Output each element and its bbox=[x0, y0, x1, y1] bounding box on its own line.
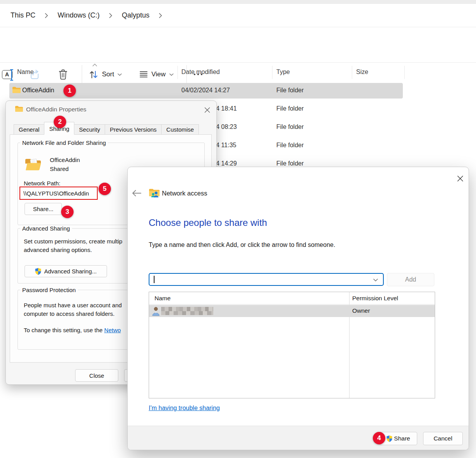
dialog-footer: Share Cancel bbox=[128, 426, 469, 450]
advanced-sharing-button-label: Advanced Sharing... bbox=[44, 268, 97, 275]
shared-folder-name: OfficeAddin bbox=[50, 157, 80, 163]
network-path-label: Network Path: bbox=[24, 180, 60, 187]
list-column-headers: Name Date modified Type Size bbox=[0, 63, 476, 81]
dialog-title: Network access bbox=[162, 190, 207, 197]
column-divider[interactable] bbox=[352, 66, 352, 79]
chevron-right-icon bbox=[109, 13, 112, 18]
network-access-dialog: Network access Choose people to share wi… bbox=[127, 167, 469, 450]
close-button[interactable] bbox=[454, 173, 466, 184]
annotation-badge-2: 2 bbox=[54, 116, 66, 128]
network-path-highlight-box: \\QALYPTUS\OfficeAddin bbox=[19, 187, 98, 200]
wizard-description: Type a name and then click Add, or click… bbox=[149, 241, 335, 248]
breadcrumb-qalyptus[interactable]: Qalyptus bbox=[122, 11, 149, 19]
file-date: 4 08:23 bbox=[216, 123, 237, 130]
breadcrumb-windows-c[interactable]: Windows (C:) bbox=[58, 11, 100, 19]
breadcrumb: This PC Windows (C:) Qalyptus bbox=[0, 4, 476, 27]
permission-level-value: Owner bbox=[352, 307, 370, 314]
annotation-badge-1: 1 bbox=[63, 85, 76, 97]
shared-folder-icon bbox=[25, 157, 42, 172]
file-type: File folder bbox=[276, 87, 304, 94]
chevron-right-icon bbox=[159, 13, 162, 18]
folder-icon bbox=[12, 86, 21, 94]
file-type: File folder bbox=[276, 105, 304, 112]
file-date: 4 11:35 bbox=[216, 142, 236, 149]
password-text-line1: People must have a user account and bbox=[24, 302, 122, 308]
text-cursor bbox=[154, 276, 155, 283]
network-share-folder-icon bbox=[149, 188, 160, 198]
add-button[interactable]: Add bbox=[387, 273, 434, 286]
column-divider[interactable] bbox=[272, 66, 272, 79]
file-type: File folder bbox=[276, 123, 304, 130]
people-combobox[interactable] bbox=[149, 273, 384, 286]
close-button[interactable] bbox=[201, 104, 213, 115]
folder-icon bbox=[15, 106, 23, 113]
file-date: 04/02/2024 14:27 bbox=[181, 87, 230, 94]
advanced-sharing-button[interactable]: Advanced Sharing... bbox=[25, 265, 107, 277]
wizard-cancel-button[interactable]: Cancel bbox=[423, 432, 463, 445]
command-bar: A bbox=[0, 28, 476, 63]
table-header-permission: Permission Level bbox=[352, 295, 398, 302]
advanced-text-line2: advanced sharing options. bbox=[24, 247, 92, 253]
wizard-heading: Choose people to share with bbox=[149, 217, 267, 228]
window-top-strip bbox=[0, 0, 476, 4]
column-header-date[interactable]: Date modified bbox=[181, 69, 220, 76]
close-icon bbox=[204, 107, 210, 113]
annotation-badge-4: 4 bbox=[373, 432, 385, 444]
properties-close-button[interactable]: Close bbox=[75, 369, 118, 382]
file-type: File folder bbox=[276, 142, 304, 149]
file-date: 4 18:41 bbox=[216, 105, 237, 112]
group-title: Advanced Sharing bbox=[20, 225, 72, 232]
file-type: File folder bbox=[276, 160, 304, 167]
file-date: 4 14:29 bbox=[216, 160, 237, 167]
dialog-title: OfficeAddin Properties bbox=[26, 106, 86, 113]
tab-strip: General Sharing Security Previous Versio… bbox=[14, 122, 198, 135]
close-icon bbox=[457, 175, 464, 182]
group-title: Network File and Folder Sharing bbox=[20, 139, 108, 146]
uac-shield-icon bbox=[386, 435, 393, 442]
redacted-user-name bbox=[161, 307, 213, 315]
password-text-line3-prefix: To change this setting, use the bbox=[24, 327, 104, 333]
column-header-size[interactable]: Size bbox=[356, 69, 368, 76]
tab-general[interactable]: General bbox=[14, 124, 44, 135]
tab-security[interactable]: Security bbox=[74, 124, 105, 135]
chevron-down-icon[interactable] bbox=[373, 278, 378, 282]
file-name: OfficeAddin bbox=[22, 87, 54, 94]
uac-shield-icon bbox=[35, 268, 42, 275]
password-text-line2: computer to access shared folders. bbox=[24, 310, 114, 317]
network-path-value: \\QALYPTUS\OfficeAddin bbox=[23, 190, 89, 197]
chevron-right-icon bbox=[45, 13, 48, 18]
breadcrumb-this-pc[interactable]: This PC bbox=[11, 11, 35, 19]
user-row[interactable]: Owner bbox=[149, 305, 435, 317]
annotation-badge-3: 3 bbox=[61, 206, 74, 218]
network-sharing-center-link[interactable]: Netwo bbox=[104, 327, 121, 333]
tab-customise[interactable]: Customise bbox=[161, 124, 199, 135]
wizard-share-button-label: Share bbox=[394, 435, 410, 442]
explorer-window: This PC Windows (C:) Qalyptus A bbox=[0, 0, 476, 458]
back-arrow-icon[interactable] bbox=[131, 189, 142, 197]
share-button[interactable]: Share... bbox=[25, 203, 62, 215]
table-header: Name Permission Level bbox=[149, 292, 435, 305]
column-divider[interactable] bbox=[177, 66, 178, 79]
table-header-name: Name bbox=[155, 295, 170, 302]
column-header-name[interactable]: Name bbox=[17, 69, 34, 76]
annotation-badge-5: 5 bbox=[98, 183, 111, 195]
sort-ascending-caret-icon bbox=[92, 63, 97, 67]
column-header-type[interactable]: Type bbox=[276, 69, 290, 76]
advanced-text-line1: Set custom permissions, create multip bbox=[24, 238, 122, 245]
password-text-line3: To change this setting, use the Netwo bbox=[24, 327, 121, 333]
permissions-table: Name Permission Level Owner bbox=[149, 292, 435, 398]
trouble-sharing-link[interactable]: I'm having trouble sharing bbox=[149, 405, 220, 412]
tab-previous-versions[interactable]: Previous Versions bbox=[105, 124, 162, 135]
user-icon bbox=[152, 307, 160, 316]
group-title: Password Protection bbox=[20, 287, 78, 293]
shared-state: Shared bbox=[50, 166, 69, 172]
column-divider[interactable] bbox=[404, 66, 405, 79]
